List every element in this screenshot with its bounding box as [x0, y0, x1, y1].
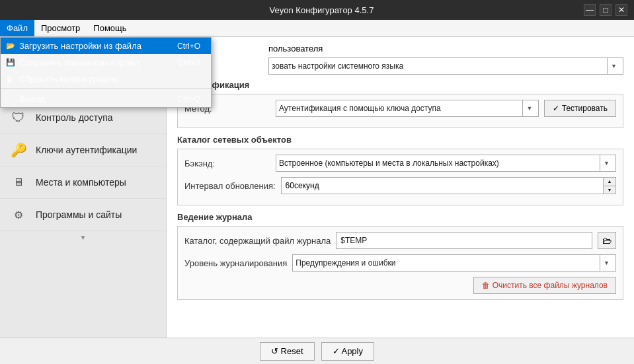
spin-up[interactable]: ▲: [604, 178, 615, 186]
reset-icon: 🗑: [6, 75, 13, 83]
auth-section-box: Метод: Аутентификация с помощью ключа до…: [177, 94, 623, 128]
log-dir-input[interactable]: [336, 232, 592, 249]
log-section-box: Каталог, содержащий файл журнала 🗁 Урове…: [177, 226, 623, 300]
clear-btn-row: 🗑 Очистить все файлы журналов: [184, 277, 616, 294]
menu-file[interactable]: Файл 📂 Загрузить настройки из файла Ctrl…: [0, 20, 34, 36]
load-icon: 📂: [6, 42, 15, 50]
file-dropdown-menu: 📂 Загрузить настройки из файла Ctrl+O 💾 …: [0, 37, 212, 108]
locations-icon: 🖥: [9, 173, 28, 192]
clear-logs-button[interactable]: 🗑 Очистить все файлы журналов: [473, 277, 616, 294]
apply-button[interactable]: ✓ Apply: [321, 342, 374, 361]
backend-arrow: ▼: [600, 155, 613, 171]
auth-section-header: Аутентификация: [177, 80, 623, 90]
log-section-header: Ведение журнала: [177, 212, 623, 222]
backend-select[interactable]: Встроенное (компьютеры и места в локальн…: [276, 155, 616, 172]
language-select[interactable]: зовать настройки системного языка ▼: [268, 57, 623, 75]
network-section-header: Каталог сетевых объектов: [177, 135, 623, 145]
menu-separator: [1, 89, 211, 89]
title-bar: Veyon Конфигуратор 4.5.7 — □ ✕: [0, 0, 634, 20]
sidebar-item-keys[interactable]: 🔑 Ключи аутентификации: [0, 134, 166, 166]
bottom-bar: ↺ Reset ✓ Apply: [0, 338, 634, 364]
auth-method-arrow: ▼: [522, 100, 535, 116]
log-level-row: Уровень журналирования Предупреждения и …: [184, 254, 616, 272]
interval-input[interactable]: [281, 177, 603, 194]
scroll-indicator: ▼: [0, 231, 166, 244]
log-dir-row: Каталог, содержащий файл журнала 🗁: [184, 232, 616, 249]
backend-row: Бэкэнд: Встроенное (компьютеры и места в…: [184, 155, 616, 172]
save-icon: 💾: [6, 58, 15, 67]
test-button[interactable]: ✓ Тестировать: [544, 100, 616, 117]
spin-down[interactable]: ▼: [604, 186, 615, 194]
trash-icon: 🗑: [482, 281, 490, 290]
log-level-arrow: ▼: [600, 255, 613, 271]
top-row-1: пользователя: [177, 44, 623, 54]
menu-help[interactable]: Помощь: [87, 20, 133, 36]
menu-save-settings[interactable]: 💾 Сохранить параметры в файл Ctrl+S: [1, 54, 211, 71]
menubar: Файл 📂 Загрузить настройки из файла Ctrl…: [0, 20, 634, 37]
language-select-arrow: ▼: [607, 58, 620, 74]
auth-method-select[interactable]: Аутентификация с помощью ключа доступа ▼: [276, 100, 539, 117]
menu-load-settings[interactable]: 📂 Загрузить настройки из файла Ctrl+O: [1, 38, 211, 54]
network-section-box: Бэкэнд: Встроенное (компьютеры и места в…: [177, 149, 623, 205]
close-button[interactable]: ✕: [615, 4, 627, 16]
menu-reset-config[interactable]: 🗑 Сбросить конфигурацию: [1, 71, 211, 87]
browse-folder-button[interactable]: 🗁: [598, 232, 616, 249]
reset-button[interactable]: ↺ Reset: [260, 342, 315, 361]
menu-exit[interactable]: Выход Ctrl+Q: [1, 91, 211, 107]
app-title: Veyon Конфигуратор 4.5.7: [59, 5, 584, 15]
content-area: пользователя зовать настройки системного…: [167, 37, 634, 338]
minimize-button[interactable]: —: [584, 4, 596, 16]
interval-spin: ▲ ▼: [281, 177, 616, 194]
sidebar-item-locations[interactable]: 🖥 Места и компьютеры: [0, 166, 166, 199]
access-icon: 🛡: [9, 108, 28, 127]
auth-method-row: Метод: Аутентификация с помощью ключа до…: [184, 100, 616, 117]
spin-buttons: ▲ ▼: [603, 177, 616, 194]
programs-icon: ⚙: [9, 205, 28, 224]
restore-button[interactable]: □: [600, 4, 612, 16]
sidebar-item-programs[interactable]: ⚙ Программы и сайты: [0, 199, 166, 231]
window-controls: — □ ✕: [584, 4, 627, 16]
top-row-2: зовать настройки системного языка ▼: [177, 57, 623, 75]
menu-view[interactable]: Просмотр: [34, 20, 87, 36]
interval-row: Интервал обновления: ▲ ▼: [184, 177, 616, 194]
keys-icon: 🔑: [9, 141, 28, 159]
log-level-select[interactable]: Предупреждения и ошибки ▼: [292, 254, 616, 272]
